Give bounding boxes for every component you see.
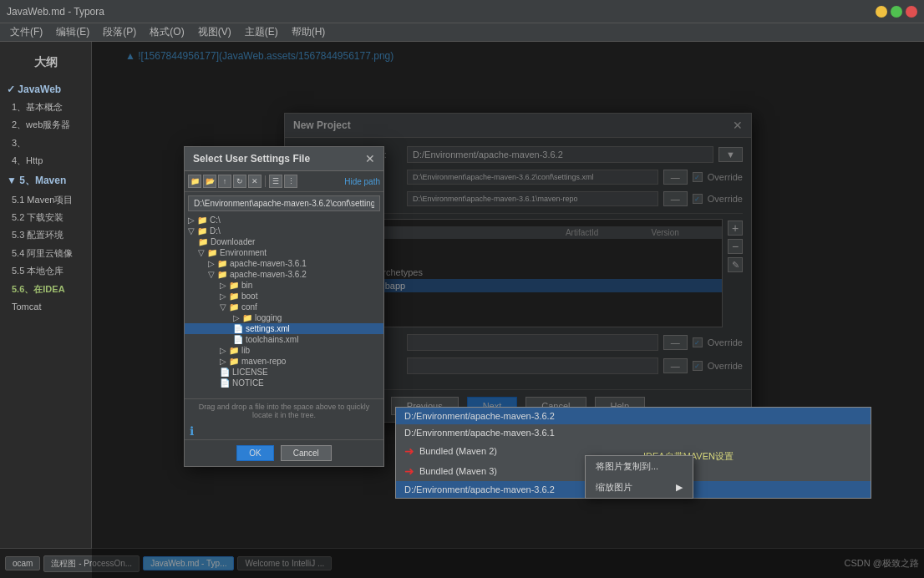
- sidebar-item-5-3[interactable]: 5.3 配置环境: [0, 226, 91, 244]
- folder-icon-362: 📁: [217, 270, 227, 279]
- toolbar-refresh-btn[interactable]: ↻: [233, 175, 246, 188]
- drag-hint: Drag and drop a file into the space abov…: [185, 398, 383, 423]
- submenu-arrow: ▶: [676, 482, 683, 493]
- menu-edit[interactable]: 编辑(E): [49, 23, 96, 41]
- tree-item-env[interactable]: ▽ 📁 Environment: [185, 247, 383, 258]
- toolbar-folder2-btn[interactable]: 📂: [203, 175, 216, 188]
- tree-item-conf[interactable]: ▽ 📁 conf: [185, 302, 383, 312]
- menu-paragraph[interactable]: 段落(P): [96, 23, 143, 41]
- tree-item-license[interactable]: 📄 LICENSE: [185, 367, 383, 378]
- tree-item-logging[interactable]: ▷ 📁 logging: [185, 312, 383, 323]
- select-cancel-btn[interactable]: Cancel: [281, 445, 332, 461]
- context-menu: 将图片复制到... 缩放图片 ▶: [585, 455, 693, 499]
- folder-icon-log: 📁: [242, 313, 252, 322]
- chevron-icon-env: ▽: [198, 248, 205, 257]
- chevron-icon-bin: ▷: [220, 281, 226, 290]
- sidebar-item-5-6[interactable]: 5.6、在IDEA: [0, 281, 91, 298]
- sidebar-section-maven[interactable]: ▼ 5、Maven: [0, 170, 91, 191]
- chevron-icon-362: ▽: [208, 270, 215, 279]
- menu-view[interactable]: 视图(V): [191, 23, 238, 41]
- folder-icon-repo: 📁: [229, 357, 239, 366]
- folder-icon-bin: 📁: [229, 281, 239, 290]
- tree-item-boot[interactable]: ▷ 📁 boot: [185, 291, 383, 302]
- main-layout: 大纲 ✓ JavaWeb 1、基本概念 2、web服务器 3、 4、Http ▼…: [0, 42, 924, 578]
- toolbar-up-btn[interactable]: ↑: [218, 175, 231, 188]
- chevron-icon-d: ▽: [188, 226, 195, 236]
- path-input[interactable]: [188, 195, 380, 211]
- window-controls: [876, 6, 917, 18]
- content-area: ▲ ![1567844956177](JavaWeb.assets/156784…: [92, 42, 924, 578]
- maven-opt-1[interactable]: D:/Environment/apache-maven-3.6.2: [396, 408, 871, 424]
- arrow-icon-1: ➜: [404, 444, 414, 458]
- toolbar-tree-btn[interactable]: ⋮: [284, 175, 297, 188]
- chevron-icon-repo: ▷: [220, 357, 226, 366]
- menu-file[interactable]: 文件(F): [3, 23, 49, 41]
- app-title: JavaWeb.md - Typora: [7, 6, 876, 18]
- folder-icon-lib: 📁: [229, 346, 239, 355]
- xml-icon-toolchains: 📄: [233, 335, 243, 344]
- taskbar-item-ocam[interactable]: ocam: [5, 556, 40, 570]
- ok-btn[interactable]: OK: [236, 445, 273, 461]
- xml-icon-settings: 📄: [233, 324, 243, 333]
- file-tree: ▷ 📁 C:\ ▽ 📁 D:\ 📁 Downloader ▽ 📁 Environ: [185, 215, 383, 398]
- tree-item-settings-xml[interactable]: 📄 settings.xml: [185, 323, 383, 334]
- file-toolbar: 📁 📂 ↑ ↻ ✕ ☰ ⋮ Hide path: [185, 171, 383, 192]
- sidebar-item-3[interactable]: 3、: [0, 134, 91, 152]
- select-settings-title: Select User Settings File: [193, 153, 310, 165]
- sidebar-item-tomcat[interactable]: Tomcat: [0, 298, 91, 316]
- folder-icon-conf: 📁: [229, 302, 239, 312]
- sidebar-item-2[interactable]: 2、web服务器: [0, 116, 91, 134]
- context-zoom-image[interactable]: 缩放图片 ▶: [586, 477, 693, 498]
- sidebar-item-5-5[interactable]: 5.5 本地仓库: [0, 262, 91, 280]
- info-row: ℹ: [185, 423, 383, 439]
- tree-item-maven362[interactable]: ▽ 📁 apache-maven-3.6.2: [185, 269, 383, 280]
- sidebar-item-5-4[interactable]: 5.4 阿里云镜像: [0, 245, 91, 262]
- sidebar-item-1[interactable]: 1、基本概念: [0, 99, 91, 116]
- chevron-icon-log: ▷: [233, 313, 240, 322]
- tree-item-maven-repo[interactable]: ▷ 📁 maven-repo: [185, 356, 383, 367]
- chevron-icon-lib: ▷: [220, 346, 226, 355]
- minimize-btn[interactable]: [876, 6, 887, 18]
- tree-item-bin[interactable]: ▷ 📁 bin: [185, 280, 383, 291]
- folder-icon-d: 📁: [197, 226, 207, 236]
- chevron-icon: ▷: [188, 215, 195, 225]
- select-settings-title-bar: Select User Settings File ✕: [185, 147, 383, 171]
- menu-help[interactable]: 帮助(H): [285, 23, 333, 41]
- folder-icon-c: 📁: [197, 215, 207, 225]
- context-copy-image[interactable]: 将图片复制到...: [586, 456, 693, 477]
- sidebar-item-5-1[interactable]: 5.1 Maven项目: [0, 191, 91, 209]
- menu-format[interactable]: 格式(O): [143, 23, 190, 41]
- toolbar-folder-btn[interactable]: 📁: [188, 175, 201, 188]
- info-icon: ℹ: [190, 424, 194, 438]
- select-settings-footer: OK Cancel: [185, 439, 383, 466]
- file-icon-license: 📄: [220, 368, 230, 377]
- tree-item-notice[interactable]: 📄 NOTICE: [185, 378, 383, 388]
- tree-item-c[interactable]: ▷ 📁 C:\: [185, 215, 383, 226]
- sidebar-item-5-2[interactable]: 5.2 下载安装: [0, 209, 91, 226]
- hide-path-btn[interactable]: Hide path: [344, 177, 380, 186]
- toolbar-delete-btn[interactable]: ✕: [248, 175, 261, 188]
- tree-item-lib[interactable]: ▷ 📁 lib: [185, 345, 383, 356]
- folder-icon-env: 📁: [207, 248, 217, 257]
- menu-theme[interactable]: 主题(E): [238, 23, 285, 41]
- path-input-wrapper: [185, 192, 383, 215]
- maximize-btn[interactable]: [891, 6, 902, 18]
- menu-bar: 文件(F) 编辑(E) 段落(P) 格式(O) 视图(V) 主题(E) 帮助(H…: [0, 23, 924, 42]
- toolbar-view-btn[interactable]: ☰: [269, 175, 282, 188]
- tree-item-downloader[interactable]: 📁 Downloader: [185, 236, 383, 247]
- tree-item-toolchains-xml[interactable]: 📄 toolchains.xml: [185, 334, 383, 345]
- chevron-icon-361: ▷: [208, 259, 215, 268]
- tree-item-maven361[interactable]: ▷ 📁 apache-maven-3.6.1: [185, 258, 383, 269]
- chevron-icon-conf: ▽: [220, 302, 226, 312]
- folder-icon-dl: 📁: [198, 237, 208, 246]
- tree-item-d[interactable]: ▽ 📁 D:\: [185, 226, 383, 236]
- folder-icon-boot: 📁: [229, 292, 239, 301]
- sidebar-item-4[interactable]: 4、Http: [0, 152, 91, 170]
- arrow-icon-2: ➜: [404, 464, 414, 478]
- sidebar: 大纲 ✓ JavaWeb 1、基本概念 2、web服务器 3、 4、Http ▼…: [0, 42, 92, 578]
- close-btn[interactable]: [906, 6, 917, 18]
- file-icon-notice: 📄: [220, 378, 230, 388]
- select-settings-close[interactable]: ✕: [365, 152, 375, 165]
- sidebar-section-javaweb[interactable]: ✓ JavaWeb: [0, 80, 91, 99]
- maven-opt-2[interactable]: D:/Environment/apache-maven-3.6.1: [396, 424, 871, 441]
